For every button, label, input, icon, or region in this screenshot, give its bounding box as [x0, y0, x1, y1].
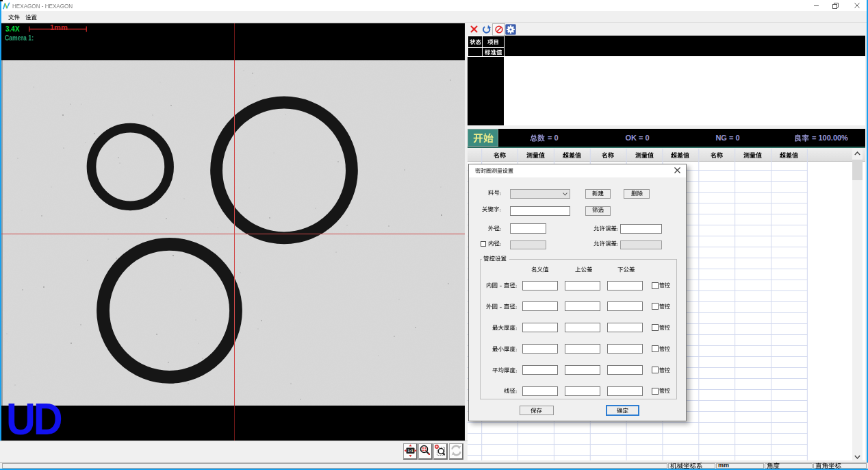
svg-text:1:1: 1:1	[407, 449, 413, 453]
